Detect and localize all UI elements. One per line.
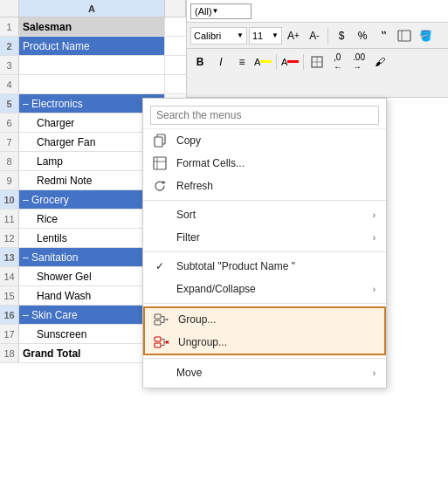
move-label: Move [176,367,373,379]
col-b-header [165,0,186,17]
menu-item-subtotal[interactable]: ✓ Subtotal "Product Name " [143,255,386,278]
percent-button[interactable]: % [353,27,372,45]
toolbar-divider-1 [327,28,328,44]
highlight-color-button[interactable]: A [253,53,272,71]
filter-value: (All) [195,6,212,17]
filter-label: Filter [176,231,373,244]
filter-bar: (All) ▼ [187,0,448,23]
font-dropdown-arrow: ▼ [237,31,244,39]
sort-arrow-icon: › [373,210,376,220]
comma-button[interactable]: ‟ [374,27,393,45]
menu-separator-2 [143,251,386,252]
menu-search-area [143,102,386,129]
copy-icon [150,134,169,148]
svg-rect-19 [155,343,161,347]
font-size-value: 11 [252,31,263,41]
row-number: 1 [0,17,19,36]
paint-bucket-button[interactable]: 🪣 [416,27,435,45]
font-color-button[interactable]: A [280,53,300,71]
borders-button[interactable] [307,53,327,71]
group-label: Group... [178,313,374,326]
format-painter-button[interactable]: 🖌 [370,53,389,71]
menu-item-refresh[interactable]: Refresh [143,175,386,197]
row-number: 15 [0,286,19,305]
menu-separator-3 [143,303,386,304]
row-number: 8 [0,152,19,170]
highlight-icon: A [254,57,260,67]
row-number: 2 [0,37,19,55]
menu-separator-4 [143,358,386,359]
move-arrow-icon: › [373,368,376,378]
col-a-header: A [19,0,165,17]
subtotal-label: Subtotal "Product Name " [176,260,376,272]
menu-search-input[interactable] [150,106,379,125]
cell [19,56,165,74]
row-number: 7 [0,133,19,151]
group-icon [152,313,171,326]
menu-item-ungroup[interactable]: Ungroup... [143,331,386,355]
menu-item-format-cells[interactable]: Format Cells... [143,152,386,175]
menu-separator-1 [143,200,386,201]
toolbar-area: (All) ▼ Calibri ▼ 11 ▼ A+ A- $ % ‟ 🪣 B I [186,0,448,98]
row-number: 13 [0,248,19,266]
svg-rect-11 [155,314,161,319]
svg-rect-0 [398,31,410,41]
context-menu: Copy Format Cells... Refresh Sort › [142,98,387,388]
svg-marker-10 [162,181,166,184]
font-toolbar: Calibri ▼ 11 ▼ A+ A- $ % ‟ 🪣 [187,23,448,49]
table-row: 3 [0,56,186,75]
cell-salesman: Salesman [19,17,165,36]
row-number: 4 [0,75,19,93]
svg-marker-17 [167,319,169,321]
svg-rect-6 [155,137,162,147]
filter-icon [150,230,169,244]
sort-label: Sort [176,209,373,221]
currency-button[interactable]: $ [332,27,351,45]
number-format-icon [397,30,411,42]
row-number: 16 [0,306,19,324]
sort-icon [150,208,169,222]
grow-font-button[interactable]: A+ [284,27,303,45]
refresh-icon [150,179,169,193]
align-center-button[interactable]: ≡ [232,53,252,71]
toolbar-divider-3 [303,54,304,70]
menu-item-move[interactable]: Move › [143,361,386,384]
table-row: 2 Product Name [0,37,186,56]
row-number: 11 [0,210,19,228]
bold-button[interactable]: B [190,53,210,71]
expand-collapse-arrow-icon: › [373,285,376,294]
increase-decimal-button[interactable]: .00→ [349,53,369,71]
row-number: 18 [0,344,19,362]
menu-item-expand-collapse[interactable]: Expand/Collapse › [143,278,386,300]
shrink-font-button[interactable]: A- [305,27,324,45]
check-icon: ✓ [150,259,169,273]
menu-item-copy[interactable]: Copy [143,129,386,152]
highlight-color-bar [260,60,272,63]
row-number: 5 [0,94,19,113]
copy-label: Copy [176,134,376,147]
row-number: 3 [0,56,19,74]
toolbar-divider-2 [276,54,277,70]
row-number: 6 [0,113,19,132]
decrease-decimal-button[interactable]: ,0← [328,53,348,71]
expand-collapse-icon [150,282,169,296]
menu-item-sort[interactable]: Sort › [143,203,386,226]
table-row: 4 [0,75,186,94]
italic-button[interactable]: I [211,53,231,71]
format-cells-icon [150,156,169,170]
menu-item-filter[interactable]: Filter › [143,226,386,249]
svg-rect-18 [155,337,161,341]
row-number: 10 [0,190,19,209]
font-name-value: Calibri [194,31,221,41]
ungroup-label: Ungroup... [178,336,374,348]
table-row: 1 Salesman [0,17,186,37]
row-number: 12 [0,229,19,247]
format-toolbar: B I ≡ A A ,0← .00→ 🖌 [187,49,448,75]
menu-item-group[interactable]: Group... [143,306,386,331]
font-name-select[interactable]: Calibri ▼ [190,27,247,45]
font-size-select[interactable]: 11 ▼ [249,27,282,45]
filter-select[interactable]: (All) ▼ [190,3,252,19]
row-number: 14 [0,267,19,285]
number-format-button[interactable] [395,27,414,45]
move-icon [150,366,169,380]
